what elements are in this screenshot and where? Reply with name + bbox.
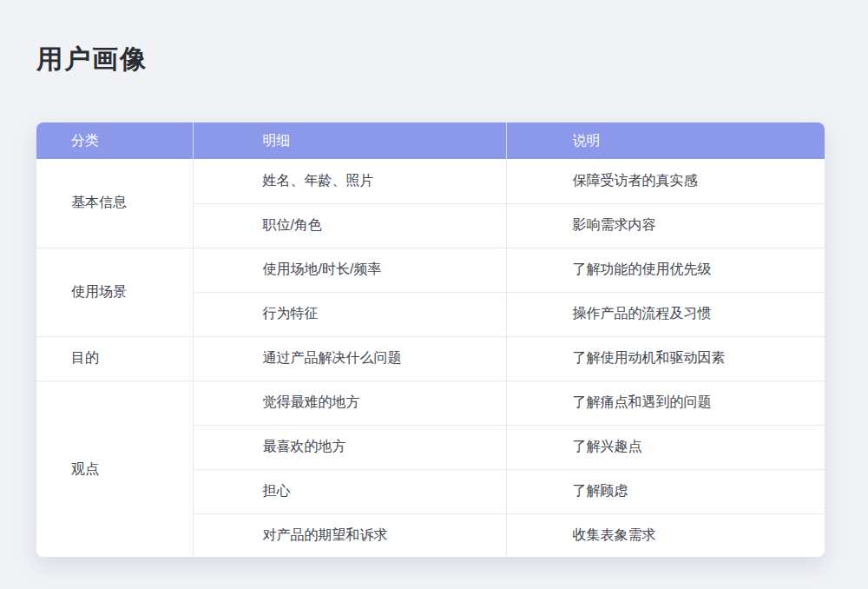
description-cell: 了解痛点和遇到的问题: [506, 381, 825, 425]
header-detail: 明细: [193, 122, 506, 159]
description-cell: 了解兴趣点: [506, 425, 825, 469]
category-cell-purpose: 目的: [36, 336, 193, 381]
description-cell: 收集表象需求: [506, 513, 825, 557]
category-cell-basic-info: 基本信息: [36, 159, 193, 248]
detail-cell: 最喜欢的地方: [193, 425, 506, 469]
detail-cell: 觉得最难的地方: [193, 381, 506, 425]
description-cell: 操作产品的流程及习惯: [506, 292, 825, 336]
category-cell-usage-scenario: 使用场景: [36, 248, 193, 336]
category-cell-viewpoint: 观点: [36, 381, 193, 557]
detail-cell: 姓名、年龄、照片: [193, 159, 506, 203]
table-row: 使用场景 使用场地/时长/频率 了解功能的使用优先级: [36, 248, 825, 292]
description-cell: 了解使用动机和驱动因素: [506, 336, 825, 381]
header-category: 分类: [36, 122, 193, 159]
persona-table: 分类 明细 说明 基本信息 姓名、年龄、照片 保障受访者的真实感 职位/角色 影…: [36, 122, 825, 557]
page-title: 用户画像: [36, 43, 148, 75]
description-cell: 保障受访者的真实感: [506, 159, 825, 203]
table-row: 目的 通过产品解决什么问题 了解使用动机和驱动因素: [36, 336, 825, 381]
detail-cell: 职位/角色: [193, 203, 506, 248]
description-cell: 了解顾虑: [506, 469, 825, 513]
table-row: 基本信息 姓名、年龄、照片 保障受访者的真实感: [36, 159, 825, 203]
persona-table-card: 分类 明细 说明 基本信息 姓名、年龄、照片 保障受访者的真实感 职位/角色 影…: [36, 122, 825, 557]
header-row: 分类 明细 说明: [36, 122, 825, 159]
page: 用户画像 分类 明细 说明 基本信息 姓名、年龄、照片 保障受访者: [0, 0, 868, 589]
description-cell: 影响需求内容: [506, 203, 825, 248]
detail-cell: 行为特征: [193, 292, 506, 336]
detail-cell: 对产品的期望和诉求: [193, 513, 506, 557]
header-description: 说明: [506, 122, 825, 159]
detail-cell: 使用场地/时长/频率: [193, 248, 506, 292]
description-cell: 了解功能的使用优先级: [506, 248, 825, 292]
table-row: 观点 觉得最难的地方 了解痛点和遇到的问题: [36, 381, 825, 425]
detail-cell: 担心: [193, 469, 506, 513]
detail-cell: 通过产品解决什么问题: [193, 336, 506, 381]
